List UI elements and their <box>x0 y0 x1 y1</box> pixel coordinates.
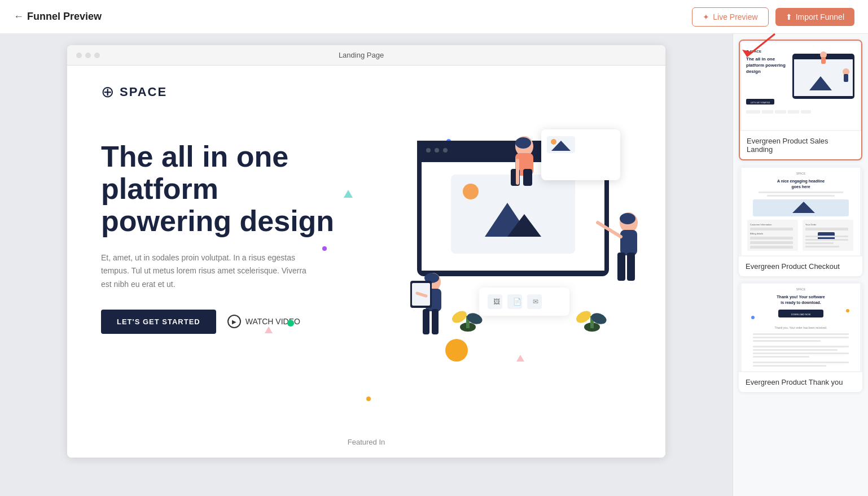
top-bar: ← Funnel Preview ✦ Live Preview ⬆ Import… <box>0 0 868 34</box>
svg-rect-31 <box>617 253 625 281</box>
deco-tri-pink2 <box>516 355 524 362</box>
svg-text:design: design <box>746 69 761 74</box>
svg-text:is ready to download.: is ready to download. <box>781 301 821 305</box>
card-thankyou-svg: SPACE Thank you! Your software is ready … <box>742 284 860 371</box>
svg-text:Customer Information: Customer Information <box>750 223 771 226</box>
svg-rect-86 <box>805 228 848 230</box>
deco-dot-green <box>287 320 294 327</box>
browser-mockup: Landing Page ⊕ SPACE <box>67 45 665 458</box>
svg-rect-83 <box>750 246 793 249</box>
funnel-card-thankyou[interactable]: SPACE Thank you! Your software is ready … <box>739 282 862 392</box>
deco-tri-teal <box>344 190 353 198</box>
svg-rect-26 <box>523 169 532 186</box>
svg-text:SPACE: SPACE <box>796 172 805 175</box>
svg-point-98 <box>751 316 755 319</box>
browser-dot-3 <box>94 53 100 58</box>
main-layout: Landing Page ⊕ SPACE <box>0 34 868 496</box>
hero-subtext: Et, amet, ut in sodales proin volutpat. … <box>101 251 315 291</box>
card-checkout-svg: SPACE A nice engaging headline goes here… <box>742 168 860 255</box>
svg-rect-103 <box>753 340 821 342</box>
browser-dot-1 <box>76 53 82 58</box>
hero-heading: The all in one platform powering design <box>101 141 349 238</box>
deco-dot-orange2 <box>366 397 371 401</box>
svg-rect-88 <box>805 236 848 237</box>
svg-point-29 <box>620 213 635 224</box>
import-funnel-icon: ⬆ <box>786 12 792 21</box>
svg-rect-81 <box>750 237 793 240</box>
svg-rect-90 <box>805 242 834 244</box>
svg-rect-91 <box>805 246 839 247</box>
svg-point-5 <box>443 148 448 153</box>
svg-rect-67 <box>788 110 799 114</box>
live-preview-icon: ✦ <box>703 12 709 21</box>
svg-rect-89 <box>805 239 848 241</box>
preview-area: Landing Page ⊕ SPACE <box>0 34 733 496</box>
top-bar-right: ✦ Live Preview ⬆ Import Funnel <box>692 7 854 27</box>
svg-rect-68 <box>801 110 811 114</box>
back-button[interactable]: ← Funnel Preview <box>14 11 102 23</box>
right-sidebar: ⊕ SPACE The all in one platform powering… <box>733 34 868 496</box>
svg-text:✉: ✉ <box>533 298 538 306</box>
funnel-card-thankyou-label: Evergreen Product Thank you <box>739 372 862 392</box>
hero-buttons: LET'S GET STARTED ▶ WATCH VIDEO <box>101 310 349 334</box>
svg-text:🖼: 🖼 <box>493 298 500 306</box>
svg-rect-30 <box>620 230 637 255</box>
funnel-card-checkout-preview: SPACE A nice engaging headline goes here… <box>739 166 862 256</box>
svg-point-10 <box>463 184 479 199</box>
funnel-card-checkout-label: Evergreen Product Checkout <box>739 256 862 276</box>
cta-button[interactable]: LET'S GET STARTED <box>101 310 216 334</box>
live-preview-button[interactable]: ✦ Live Preview <box>692 7 768 27</box>
svg-rect-74 <box>767 195 835 197</box>
page-title: Funnel Preview <box>27 11 102 23</box>
svg-text:Thank you. Your order has been: Thank you. Your order has been received. <box>774 326 827 329</box>
svg-rect-38 <box>432 309 439 334</box>
funnel-card-landing-preview: ⊕ SPACE The all in one platform powering… <box>740 41 861 131</box>
live-preview-label: Live Preview <box>713 12 757 21</box>
logo-text: SPACE <box>120 85 167 99</box>
svg-text:Thank you! Your software: Thank you! Your software <box>777 295 825 299</box>
funnel-card-thankyou-preview: SPACE Thank you! Your software is ready … <box>739 282 862 372</box>
back-arrow-icon: ← <box>14 11 24 23</box>
play-icon: ▶ <box>227 315 241 328</box>
svg-rect-61 <box>844 74 848 82</box>
import-funnel-label: Import Funnel <box>796 12 844 21</box>
svg-rect-79 <box>750 228 793 230</box>
card-landing-svg: ⊕ SPACE The all in one platform powering… <box>742 42 860 130</box>
svg-rect-64 <box>746 110 760 114</box>
funnel-card-landing-label: Evergreen Product Sales Landing <box>740 131 861 159</box>
svg-point-14 <box>551 139 556 145</box>
globe-icon: ⊕ <box>101 82 114 101</box>
svg-rect-82 <box>750 241 793 244</box>
svg-text:Your Order: Your Order <box>805 223 817 226</box>
top-bar-left: ← Funnel Preview <box>14 11 102 23</box>
browser-dots <box>76 53 100 58</box>
svg-rect-66 <box>775 110 786 114</box>
deco-tri-pink <box>265 327 273 333</box>
svg-text:platform powering: platform powering <box>746 63 786 68</box>
landing-content: ⊕ SPACE The all in one platform powering… <box>67 66 665 458</box>
landing-text: The all in one platform powering design … <box>101 118 349 334</box>
funnel-card-landing[interactable]: ⊕ SPACE The all in one platform powering… <box>739 40 862 160</box>
svg-point-3 <box>426 148 431 153</box>
svg-text:⊕ SPACE: ⊕ SPACE <box>746 50 761 53</box>
svg-rect-104 <box>753 346 849 347</box>
funnel-card-checkout[interactable]: SPACE A nice engaging headline goes here… <box>739 166 862 276</box>
svg-point-99 <box>846 309 849 312</box>
browser-tab-label: Landing Page <box>339 51 384 59</box>
svg-rect-73 <box>759 192 843 193</box>
svg-rect-109 <box>753 365 826 367</box>
svg-rect-106 <box>753 353 849 354</box>
landing-logo: ⊕ SPACE <box>101 82 632 101</box>
svg-text:📄: 📄 <box>513 297 521 306</box>
illustration-svg: 🖼 📄 ✉ <box>372 118 665 344</box>
svg-rect-65 <box>762 110 773 114</box>
svg-text:LET'S GET STARTED: LET'S GET STARTED <box>750 102 770 104</box>
svg-text:A nice engaging headline: A nice engaging headline <box>777 179 824 184</box>
svg-rect-102 <box>753 337 849 338</box>
svg-rect-59 <box>821 57 826 64</box>
browser-dot-2 <box>85 53 91 58</box>
browser-bar: Landing Page <box>67 45 665 66</box>
hero-illustration: 🖼 📄 ✉ <box>372 118 665 344</box>
import-funnel-button[interactable]: ⬆ Import Funnel <box>775 8 854 26</box>
svg-text:SPACE: SPACE <box>796 288 805 291</box>
